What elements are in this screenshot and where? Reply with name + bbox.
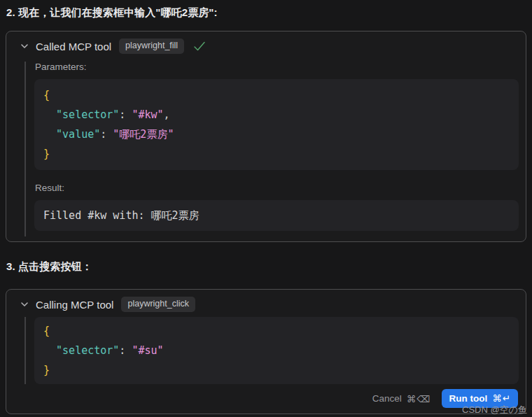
parameters-json: { "selector": "#kw", "value": "哪吒2票房" } — [34, 79, 519, 170]
json-line: "selector": "#kw", — [43, 105, 510, 125]
parameters-json: { "selector": "#su" } — [34, 317, 519, 384]
step-3-heading: 3. 点击搜索按钮： — [6, 260, 526, 274]
json-line: } — [43, 144, 510, 164]
tool-run-footer: Cancel ⌘⌫ Run tool ⌘↵ — [13, 384, 519, 409]
chevron-down-icon[interactable] — [20, 299, 29, 309]
cancel-button[interactable]: Cancel ⌘⌫ — [372, 393, 431, 404]
result-output: Filled #kw with: 哪吒2票房 — [34, 200, 519, 231]
tool-call-body: Parameters: { "selector": "#kw", "value"… — [24, 62, 519, 236]
watermark: CSDN @空の鱼 — [462, 404, 527, 416]
json-line: "value": "哪吒2票房" — [43, 125, 510, 144]
run-tool-shortcut: ⌘↵ — [492, 393, 511, 404]
tool-name-badge: playwright_fill — [119, 38, 184, 54]
tool-call-panel-click: Calling MCP tool playwright_click { "sel… — [6, 289, 526, 414]
tool-call-body: { "selector": "#su" } — [24, 317, 519, 384]
tool-call-title: Called MCP tool — [36, 41, 111, 52]
success-check-icon — [193, 41, 206, 52]
tool-call-title: Calling MCP tool — [36, 299, 113, 311]
run-tool-label: Run tool — [449, 393, 487, 404]
tool-name-badge: playwright_click — [121, 297, 195, 312]
result-label: Result: — [35, 183, 519, 193]
json-line: { — [43, 85, 510, 105]
cancel-shortcut: ⌘⌫ — [407, 393, 431, 404]
cancel-label: Cancel — [372, 393, 402, 404]
parameters-label: Parameters: — [35, 62, 519, 72]
tool-call-header[interactable]: Calling MCP tool playwright_click — [13, 296, 519, 313]
json-line: } — [43, 360, 510, 380]
result-line: Filled #kw with: 哪吒2票房 — [43, 206, 510, 225]
json-line: "selector": "#su" — [43, 341, 510, 360]
tool-call-header[interactable]: Called MCP tool playwright_fill — [13, 38, 519, 55]
json-line: { — [43, 321, 510, 341]
chevron-down-icon[interactable] — [20, 41, 29, 51]
step-2-heading: 2. 现在，让我们在搜索框中输入"哪吒2票房": — [6, 6, 526, 20]
tool-call-panel-fill: Called MCP tool playwright_fill Paramete… — [6, 31, 526, 242]
